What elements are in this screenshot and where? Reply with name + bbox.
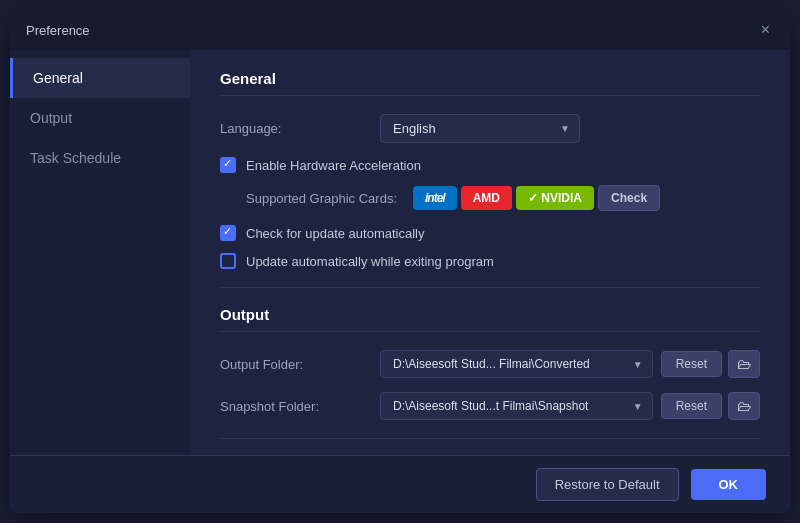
auto-update-checkbox[interactable] [220,253,236,269]
ok-button[interactable]: OK [691,469,767,500]
sidebar-item-taskschedule[interactable]: Task Schedule [10,138,190,178]
dialog-content: General Output Task Schedule General Lan… [10,50,790,455]
folder-icon: 🗁 [737,356,751,372]
output-folder-select-wrapper: D:\Aiseesoft Stud... Filmai\Converted ▼ [380,350,653,378]
auto-update-label[interactable]: Update automatically while exiting progr… [246,254,494,269]
snapshot-folder-row: Snapshot Folder: D:\Aiseesoft Stud...t F… [220,392,760,420]
language-label: Language: [220,121,380,136]
dialog-footer: Restore to Default OK [10,455,790,513]
restore-defaults-button[interactable]: Restore to Default [536,468,679,501]
hardware-accel-label[interactable]: Enable Hardware Acceleration [246,158,421,173]
output-folder-row: Output Folder: D:\Aiseesoft Stud... Film… [220,350,760,378]
language-row: Language: English Chinese French German … [220,114,760,143]
hardware-accel-row: Enable Hardware Acceleration [220,157,760,173]
gpu-label: Supported Graphic Cards: [246,191,397,206]
intel-icon: intel [425,191,445,205]
snapshot-folder-select[interactable]: D:\Aiseesoft Stud...t Filmai\Snapshot [380,392,653,420]
language-select-wrapper: English Chinese French German Spanish ▼ [380,114,580,143]
amd-label: AMD [473,191,500,205]
title-bar: Preference × [10,10,790,50]
nvidia-button[interactable]: ✓ NVIDIA [516,186,594,210]
output-folder-browse-button[interactable]: 🗁 [728,350,760,378]
dialog-title: Preference [26,23,90,38]
output-section-title: Output [220,306,760,332]
gpu-row: Supported Graphic Cards: intel AMD ✓ NVI… [220,185,760,211]
output-divider [220,438,760,439]
nvidia-label: ✓ NVIDIA [528,191,582,205]
check-gpu-button[interactable]: Check [598,185,660,211]
check-update-checkbox[interactable] [220,225,236,241]
output-folder-select[interactable]: D:\Aiseesoft Stud... Filmai\Converted [380,350,653,378]
snapshot-folder-browse-button[interactable]: 🗁 [728,392,760,420]
snapshot-folder-label: Snapshot Folder: [220,399,380,414]
main-content: General Language: English Chinese French… [190,50,790,455]
general-section-title: General [220,70,760,96]
snapshot-folder-reset-button[interactable]: Reset [661,393,722,419]
output-folder-label: Output Folder: [220,357,380,372]
check-update-label[interactable]: Check for update automatically [246,226,424,241]
snapshot-folder-select-wrapper: D:\Aiseesoft Stud...t Filmai\Snapshot ▼ [380,392,653,420]
auto-update-row: Update automatically while exiting progr… [220,253,760,269]
sidebar: General Output Task Schedule [10,50,190,455]
sidebar-item-general[interactable]: General [10,58,190,98]
snapshot-folder-icon: 🗁 [737,398,751,414]
preference-dialog: Preference × General Output Task Schedul… [10,10,790,513]
language-select[interactable]: English Chinese French German Spanish [380,114,580,143]
hardware-accel-checkbox[interactable] [220,157,236,173]
amd-button[interactable]: AMD [461,186,512,210]
check-update-row: Check for update automatically [220,225,760,241]
close-button[interactable]: × [757,20,774,40]
section-divider [220,287,760,288]
sidebar-item-output[interactable]: Output [10,98,190,138]
output-folder-reset-button[interactable]: Reset [661,351,722,377]
intel-button[interactable]: intel [413,186,457,210]
